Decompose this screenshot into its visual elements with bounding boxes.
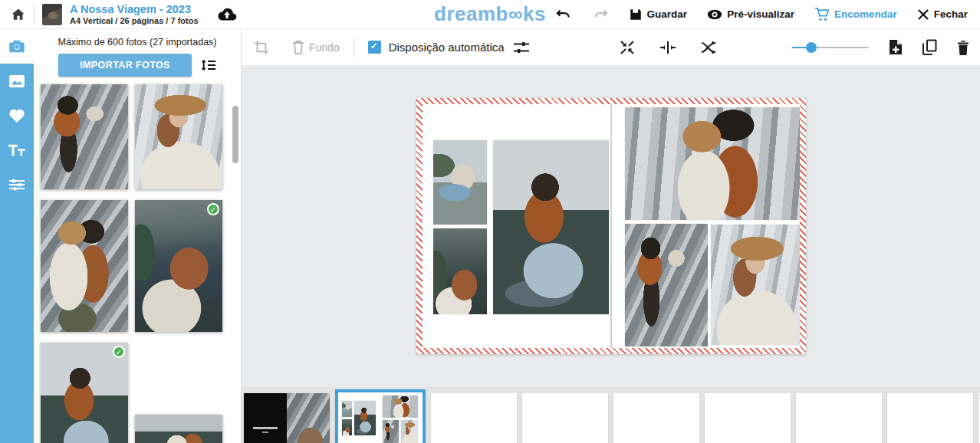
spread-photo-man-leaning-on-rocks[interactable] xyxy=(625,224,708,346)
text-icon xyxy=(8,143,26,157)
photo-grid: ✓ ✓ xyxy=(34,77,241,443)
add-page-icon[interactable] xyxy=(889,39,903,55)
delete-page-icon[interactable] xyxy=(957,40,969,55)
page-thumb-empty[interactable] xyxy=(431,393,517,443)
photo-woman-lying-by-lake[interactable]: ✓ xyxy=(135,200,222,332)
spread-left-page[interactable] xyxy=(423,104,610,348)
sidebar-item-text[interactable] xyxy=(0,133,34,167)
image-icon xyxy=(8,74,25,88)
crop-icon xyxy=(254,40,269,55)
page-thumb-cover[interactable] xyxy=(244,393,330,443)
project-title: A Nossa Viagem - 2023 xyxy=(70,3,199,16)
auto-layout-checkbox[interactable] xyxy=(368,41,381,54)
zoom-slider[interactable] xyxy=(792,42,869,53)
save-button[interactable]: Guardar xyxy=(629,8,688,21)
trash-icon xyxy=(292,40,304,54)
spread-photo-man-in-boat-large[interactable] xyxy=(493,140,609,314)
photo-used-badge: ✓ xyxy=(207,203,219,215)
heart-icon xyxy=(8,108,25,123)
page-thumb-empty[interactable] xyxy=(705,393,791,443)
shuffle-icon[interactable] xyxy=(701,41,716,54)
background-button[interactable]: Fundo xyxy=(292,40,340,54)
background-label: Fundo xyxy=(309,41,340,54)
page-thumb-current-spread[interactable] xyxy=(335,389,426,443)
divider xyxy=(354,36,354,59)
cover-back-photo xyxy=(287,393,330,443)
close-button[interactable]: Fechar xyxy=(917,8,968,21)
collapse-arrows-icon[interactable] xyxy=(620,40,635,55)
eye-icon xyxy=(707,8,722,21)
page-thumbnail-strip xyxy=(242,387,980,443)
close-icon xyxy=(917,8,929,21)
save-icon xyxy=(629,8,643,21)
order-label: Encomendar xyxy=(834,8,897,20)
photo-used-badge: ✓ xyxy=(113,346,125,358)
auto-layout-label: Disposição automática xyxy=(389,41,505,54)
divider xyxy=(34,5,35,25)
photo-couple-selfie-on-rocks[interactable] xyxy=(41,200,128,332)
photo-panel: Máximo de 600 fotos (27 importadas) IMPO… xyxy=(34,29,242,443)
sidebar-item-layouts[interactable] xyxy=(0,64,34,98)
zoom-slider-knob[interactable] xyxy=(806,42,817,53)
sidebar-item-settings[interactable] xyxy=(0,167,34,202)
layout-tune-icon[interactable] xyxy=(514,41,529,54)
crop-button[interactable] xyxy=(254,40,269,55)
page-thumb-empty[interactable] xyxy=(887,393,973,443)
cover-front-black xyxy=(244,393,287,443)
align-center-horizontal-icon[interactable] xyxy=(659,41,676,54)
photo-woman-in-hat-white-sweater[interactable] xyxy=(135,84,222,189)
page-thumb-empty[interactable] xyxy=(522,393,608,443)
dreambooks-logo: dreamb∞ks xyxy=(434,2,546,26)
close-label: Fechar xyxy=(934,8,968,20)
spread-photo-woman-in-hat-portrait[interactable] xyxy=(711,225,800,345)
preview-label: Pré-visualizar xyxy=(727,8,794,20)
project-subtitle: A4 Vertical / 26 páginas / 7 fotos xyxy=(70,16,199,26)
photo-man-leaning-on-marble-rocks[interactable] xyxy=(41,84,128,189)
camera-icon xyxy=(8,39,25,54)
photo-couple-in-rowboat[interactable] xyxy=(135,415,222,443)
sort-order-icon[interactable] xyxy=(201,57,216,73)
page-thumb-empty[interactable] xyxy=(796,393,882,443)
book-spread xyxy=(416,98,806,354)
cart-icon xyxy=(814,8,830,21)
spread-photo-couple-against-marble-wall[interactable] xyxy=(625,107,800,220)
spread-right-page[interactable] xyxy=(612,104,800,348)
panel-scrollbar[interactable] xyxy=(232,106,238,163)
spread-photo-woman-in-boat-small[interactable] xyxy=(433,140,487,225)
order-button[interactable]: Encomendar xyxy=(814,8,897,21)
project-cover-thumbnail xyxy=(42,4,62,25)
top-bar: A Nossa Viagem - 2023 A4 Vertical / 26 p… xyxy=(0,0,980,29)
home-icon[interactable] xyxy=(11,7,26,22)
photo-limit-text: Máximo de 600 fotos (27 importadas) xyxy=(34,29,241,48)
page-thumb-empty[interactable] xyxy=(613,393,699,443)
photo-man-in-boat-reaching-water[interactable]: ✓ xyxy=(41,343,128,443)
redo-icon[interactable] xyxy=(592,8,609,21)
sidebar-item-import-photos[interactable] xyxy=(0,29,34,64)
spread-photo-red-haired-woman-by-lake[interactable] xyxy=(433,228,487,314)
save-label: Guardar xyxy=(647,8,688,20)
duplicate-page-icon[interactable] xyxy=(922,39,937,55)
import-photos-button[interactable]: IMPORTAR FOTOS xyxy=(58,54,192,77)
cloud-upload-icon xyxy=(217,7,237,22)
undo-icon[interactable] xyxy=(555,8,572,21)
tune-icon xyxy=(9,178,25,192)
editor-canvas xyxy=(242,65,980,387)
preview-button[interactable]: Pré-visualizar xyxy=(707,8,794,21)
sidebar-item-favorites[interactable] xyxy=(0,98,34,133)
left-icon-rail xyxy=(0,29,34,443)
editor-toolbar: Fundo Disposição automática xyxy=(242,29,980,65)
